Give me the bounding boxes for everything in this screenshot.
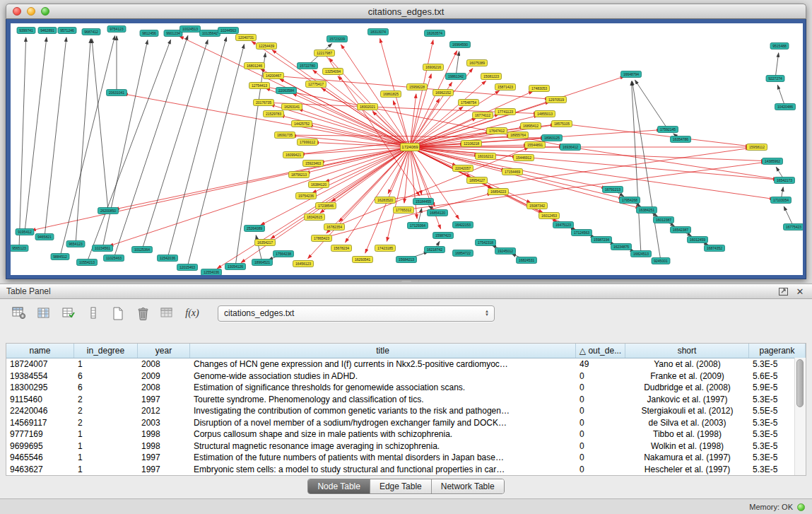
- graph-node[interactable]: 16283520: [375, 197, 396, 204]
- graph-node[interactable]: 12106218: [461, 141, 482, 147]
- graph-node[interactable]: 16542387: [671, 227, 691, 233]
- graph-node[interactable]: 18091735: [275, 132, 295, 139]
- graph-node[interactable]: 17741123: [495, 109, 516, 115]
- table-selector-dropdown[interactable]: citations_edges.txt ▲▼: [218, 305, 495, 322]
- graph-node[interactable]: 9565123: [11, 245, 28, 252]
- column-header-pagerank[interactable]: pagerank: [749, 344, 806, 358]
- graph-node[interactable]: 10234561: [93, 245, 113, 252]
- graph-node[interactable]: 10244563: [218, 28, 239, 34]
- graph-node[interactable]: 9462891: [38, 28, 57, 34]
- graph-node[interactable]: 16218742: [425, 247, 445, 253]
- graph-node[interactable]: 16964590: [450, 42, 471, 48]
- graph-node[interactable]: 18964521: [252, 259, 273, 266]
- close-window-button[interactable]: [13, 7, 21, 16]
- graph-node[interactable]: 17124563: [572, 230, 592, 236]
- graph-node[interactable]: 11025463: [104, 255, 124, 262]
- graph-node[interactable]: 12015463: [177, 264, 198, 271]
- graph-node[interactable]: 16775423: [784, 224, 804, 230]
- graph-node[interactable]: 9465821: [35, 234, 54, 240]
- graph-node[interactable]: 16422153: [453, 222, 473, 228]
- graph-node[interactable]: 25264089: [245, 226, 265, 232]
- graph-node[interactable]: 22042057: [453, 165, 473, 172]
- table-row[interactable]: 946362711997Embryonic stem cells: a mode…: [6, 464, 806, 476]
- graph-node[interactable]: 16648794: [621, 71, 642, 78]
- graph-node[interactable]: 18756213: [289, 172, 310, 178]
- graph-node[interactable]: 9754123: [107, 26, 126, 33]
- table-row[interactable]: 1830029562008Estimation of significance …: [6, 382, 806, 394]
- graph-node[interactable]: 15923463: [303, 160, 324, 167]
- network-canvas[interactable]: 9399741946289195712469687412975412398124…: [11, 23, 803, 275]
- graph-node[interactable]: 15987234: [592, 237, 612, 243]
- graph-node[interactable]: 19861342: [446, 74, 466, 80]
- table-row[interactable]: 2242004622012Investigating the contribut…: [6, 405, 806, 417]
- graph-node[interactable]: 14425752: [292, 121, 312, 127]
- scrollbar-thumb[interactable]: [796, 359, 804, 407]
- graph-node[interactable]: 17103054: [771, 197, 792, 204]
- column-header-in-degree[interactable]: in_degree: [74, 344, 138, 358]
- graph-node[interactable]: 17954268: [620, 197, 640, 204]
- minimize-window-button[interactable]: [27, 7, 35, 16]
- graph-node[interactable]: 9654123: [66, 241, 85, 247]
- graph-node[interactable]: 21529783: [264, 111, 284, 117]
- graph-node[interactable]: 18313074: [368, 29, 389, 35]
- graph-node[interactable]: 18955764: [508, 132, 529, 139]
- delete-trash-icon[interactable]: [134, 305, 152, 322]
- graph-node[interactable]: 16824531: [517, 257, 537, 264]
- graph-node[interactable]: 15723209: [327, 36, 348, 42]
- table-row[interactable]: 946554611997Estimation of the future num…: [6, 452, 806, 464]
- column-header-name[interactable]: name: [6, 344, 74, 358]
- graph-node[interactable]: 15958228: [407, 84, 428, 90]
- graph-node[interactable]: 16824513: [631, 251, 652, 257]
- table-columns-icon[interactable]: [35, 305, 53, 322]
- graph-node[interactable]: 17542318: [476, 240, 496, 246]
- graph-node[interactable]: 18302021: [358, 104, 378, 110]
- table-row[interactable]: 911546021997Tourette syndrome. Phenomeno…: [6, 394, 806, 406]
- graph-node[interactable]: 9884512: [51, 254, 69, 260]
- graph-node[interactable]: 16293541: [353, 257, 373, 263]
- graph-node[interactable]: 10125364: [132, 247, 153, 253]
- graph-node[interactable]: 15987423: [433, 233, 454, 239]
- graph-node[interactable]: 17154469: [502, 169, 523, 175]
- graph-node[interactable]: 9812456: [140, 30, 158, 37]
- graph-node[interactable]: 16263574: [425, 30, 445, 37]
- graph-node[interactable]: 13254094: [323, 69, 343, 75]
- graph-node[interactable]: 16962152: [433, 90, 454, 96]
- graph-node[interactable]: 26200850: [98, 208, 119, 214]
- graph-node[interactable]: 18575105: [552, 121, 572, 127]
- graph-node[interactable]: 16012387: [654, 217, 674, 223]
- column-header-short[interactable]: short: [625, 344, 749, 358]
- graph-node[interactable]: 16012459: [688, 237, 708, 243]
- graph-node[interactable]: 15871423: [495, 84, 516, 90]
- graph-node[interactable]: 22063584: [276, 88, 297, 94]
- graph-node[interactable]: 16895412: [521, 123, 541, 129]
- graph-node[interactable]: 9245001: [652, 258, 670, 264]
- graph-node[interactable]: 12554036: [201, 269, 222, 276]
- graph-node[interactable]: 12040731: [236, 35, 257, 41]
- graph-node[interactable]: 16354786: [671, 136, 691, 143]
- graph-node[interactable]: 15722780: [298, 63, 318, 69]
- graph-node[interactable]: 9515488: [770, 43, 789, 49]
- table-settings-icon[interactable]: [10, 305, 28, 322]
- function-icon[interactable]: f(x): [183, 305, 201, 322]
- graph-node[interactable]: 17592145: [658, 127, 678, 133]
- graph-node[interactable]: 17238546: [316, 203, 336, 209]
- table-select-rows-icon[interactable]: [59, 305, 78, 322]
- table-row[interactable]: 1872400712008Changes of HCN gene express…: [6, 358, 806, 370]
- graph-node[interactable]: 11542036: [158, 255, 178, 262]
- graph-node[interactable]: 16456123: [293, 261, 314, 267]
- graph-node[interactable]: 12217987: [314, 50, 335, 57]
- graph-node[interactable]: 16782354: [324, 224, 345, 230]
- graph-node[interactable]: 16263141: [282, 104, 302, 110]
- graph-node[interactable]: 9195412: [16, 229, 34, 235]
- graph-node[interactable]: 16016212: [476, 153, 496, 160]
- graph-node[interactable]: 15684213: [396, 257, 417, 263]
- graph-node[interactable]: 12754413: [249, 83, 270, 89]
- graph-node[interactable]: 12970519: [546, 97, 567, 103]
- graph-node[interactable]: 16854223: [488, 189, 509, 195]
- graph-node[interactable]: 16854120: [428, 210, 448, 216]
- column-header-title[interactable]: title: [190, 344, 576, 358]
- graph-node[interactable]: 16384251: [637, 207, 657, 214]
- graph-node[interactable]: 15678234: [331, 245, 352, 252]
- graph-node[interactable]: 16906216: [423, 64, 444, 71]
- graph-node[interactable]: 16099421: [283, 152, 304, 158]
